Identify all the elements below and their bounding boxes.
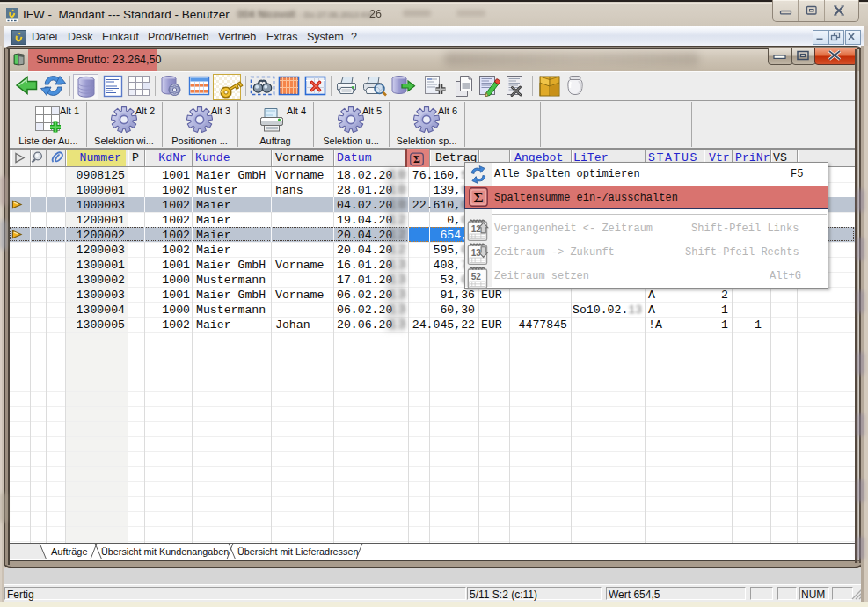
svg-text:Übersicht mit Kundenangaben: Übersicht mit Kundenangaben <box>101 546 229 557</box>
svg-text:52: 52 <box>471 272 482 282</box>
svg-text:Übersicht mit Lieferadressen: Übersicht mit Lieferadressen <box>237 546 358 557</box>
svg-text:Σ: Σ <box>473 189 483 206</box>
svg-text:Aufträge: Aufträge <box>51 546 88 557</box>
svg-text:Σ: Σ <box>413 153 420 165</box>
